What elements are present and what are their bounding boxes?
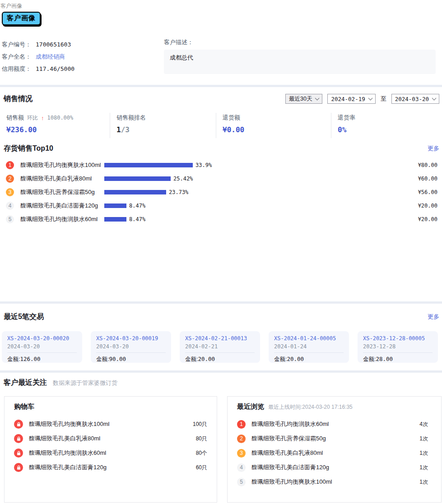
amount-label: 金额: — [7, 356, 20, 362]
metric-change-pct: 1080.00% — [47, 115, 74, 121]
end-date-select[interactable]: 2024-03-20 — [391, 94, 439, 104]
order-number-link[interactable]: XS-2024-01-24-00005 — [274, 335, 344, 342]
more-link-top10[interactable]: 更多 — [428, 144, 439, 153]
metric-value: ¥0.00 — [223, 125, 331, 134]
range-select[interactable]: 最近30天 — [285, 94, 322, 104]
top10-row: 1 馥珮细致毛孔均衡爽肤水100ml 33.9% ¥80.00 — [0, 158, 442, 172]
cart-item: 馥珮细致毛孔均衡爽肤水100ml 100只 — [5, 417, 217, 431]
bar — [104, 163, 193, 167]
chevron-down-icon — [315, 96, 320, 101]
rank-badge: 1 — [6, 161, 14, 169]
shopping-bag-icon — [14, 449, 23, 458]
order-number-link[interactable]: XS-2024-03-20-00020 — [7, 335, 77, 342]
transaction-card: XS-2024-01-24-00005 2024-01-24 金额:20.00 — [269, 331, 349, 363]
order-number-link[interactable]: XS-2024-03-20-00019 — [96, 335, 166, 342]
start-date-select[interactable]: 2024-02-19 — [327, 94, 375, 104]
metric-return-amount: 退货额 ¥0.00 — [216, 113, 331, 138]
amount-label: 金额: — [363, 356, 376, 362]
transactions-section-title: 最近5笔交易 — [4, 312, 44, 322]
spacer — [0, 226, 442, 301]
card-divider — [7, 352, 77, 353]
shopping-bag-icon — [14, 463, 23, 472]
top10-row: 5 馥珮细致毛孔均衡润肤水60ml 8.47% ¥20.00 — [0, 213, 442, 226]
top10-row: 4 馥珮细致毛孔美白洁面膏120g 8.47% ¥20.00 — [0, 199, 442, 213]
rank-badge: 4 — [237, 463, 246, 472]
end-date-value: 2024-03-20 — [395, 96, 429, 102]
range-select-value: 最近30天 — [289, 95, 312, 103]
rank-badge: 3 — [237, 449, 246, 458]
order-date: 2024-03-20 — [7, 343, 77, 350]
tab-customer-portrait[interactable]: 客户画像 — [2, 12, 41, 25]
top10-section-title: 存货销售Top10 — [4, 144, 53, 153]
browse-item: 4 馥珮细致毛孔美白洁面膏120g 1次 — [228, 460, 441, 475]
customer-portrait-page: 客户画像 客户画像 客户编号： 1700651603 客户全名： 成都经销商 信… — [0, 0, 442, 504]
bar-percent: 23.73% — [169, 189, 188, 195]
shopping-bag-icon — [14, 420, 23, 429]
section-divider — [0, 301, 442, 304]
bar-percent: 33.9% — [195, 162, 212, 168]
product-name: 馥珮细致毛孔美白洁面膏120g — [20, 202, 104, 210]
product-name: 馥珮细致毛孔美白洁面膏120g — [29, 463, 107, 472]
product-name: 馥珮细致毛孔美白乳液80ml — [20, 175, 104, 183]
rank-badge: 1 — [237, 420, 246, 429]
cart-item: 馥珮细致毛孔美白乳液80ml 80只 — [5, 431, 217, 446]
more-link-transactions[interactable]: 更多 — [428, 313, 439, 321]
view-count: 1次 — [419, 464, 428, 472]
metric-sublabel: 环比 — [27, 114, 38, 122]
metric-value: 0% — [338, 125, 442, 134]
order-date: 2024-01-24 — [274, 343, 344, 350]
spacer — [0, 363, 442, 370]
customer-id-row: 客户编号： 1700651603 — [2, 38, 164, 51]
customer-info-section: 客户编号： 1700651603 客户全名： 成都经销商 信用额度： 117.4… — [2, 38, 436, 75]
browse-item: 3 馥珮细致毛孔美白乳液80ml 1次 — [228, 446, 441, 460]
transaction-card: XS-2024-02-21-00013 2024-02-21 金额:20.00 — [180, 331, 260, 363]
shopping-cart-panel: 购物车 馥珮细致毛孔均衡爽肤水100ml 100只 馥珮细致毛孔美白乳液80ml… — [4, 396, 217, 503]
sales-metrics-row: 销售额 环比 ↑ 1080.00% ¥236.00 销售额排名 1/3 退货额 … — [0, 113, 442, 138]
customer-name-link[interactable]: 成都经销商 — [36, 53, 65, 61]
rank-value: 1 — [116, 125, 121, 134]
customer-name-row: 客户全名： 成都经销商 — [2, 51, 164, 63]
card-divider — [363, 352, 433, 353]
sales-amount: ¥20.00 — [418, 216, 437, 222]
product-name: 馥珮细致毛孔营养保湿霜50g — [251, 435, 326, 443]
credit-limit-value: 117.46/5000 — [36, 65, 74, 72]
product-name: 馥珮细致毛孔均衡润肤水60ml — [29, 449, 106, 457]
bar-percent: 8.47% — [129, 216, 145, 222]
bar — [104, 176, 171, 181]
rank-badge: 5 — [237, 478, 246, 486]
rank-badge: 3 — [6, 188, 14, 196]
arrow-up-icon: ↑ — [41, 115, 44, 121]
order-date: 2023-12-28 — [363, 343, 433, 350]
order-date: 2024-03-20 — [96, 343, 166, 350]
top10-section-header: 存货销售Top10 更多 — [0, 143, 442, 154]
transaction-card: XS-2023-12-28-00005 2023-12-28 金额:28.00 — [358, 331, 438, 363]
sales-amount: ¥20.00 — [418, 203, 437, 209]
breadcrumb: 客户画像 — [0, 0, 442, 8]
browse-list: 1 馥珮细致毛孔均衡润肤水60ml 4次 2 馥珮细致毛孔营养保湿霜50g 1次… — [228, 417, 441, 489]
metric-sales-rank: 销售额排名 1/3 — [110, 113, 216, 138]
amount-value: 20.00 — [287, 356, 304, 362]
cart-item: 馥珮细致毛孔美白洁面膏120g 60只 — [5, 460, 217, 475]
quantity: 80个 — [196, 449, 207, 457]
recent-views-panel: 最近浏览 最近上线时间:2024-03-20 17:16:35 1 馥珮细致毛孔… — [227, 396, 442, 503]
product-name: 馥珮细致毛孔美白洁面膏120g — [251, 463, 329, 472]
transaction-card: XS-2024-03-20-00019 2024-03-20 金额:90.00 — [91, 331, 171, 363]
metric-label: 退货率 — [338, 114, 355, 122]
product-name: 馥珮细致毛孔营养保湿霜50g — [20, 188, 104, 196]
metric-sales-amount: 销售额 环比 ↑ 1080.00% ¥236.00 — [0, 113, 110, 138]
order-number-link[interactable]: XS-2024-02-21-00013 — [185, 335, 255, 342]
order-number-link[interactable]: XS-2023-12-28-00005 — [363, 335, 433, 342]
cart-list: 馥珮细致毛孔均衡爽肤水100ml 100只 馥珮细致毛孔美白乳液80ml 80只… — [5, 417, 217, 475]
product-name: 馥珮细致毛孔均衡爽肤水100ml — [251, 478, 332, 486]
sales-amount: ¥80.00 — [418, 162, 437, 168]
customer-desc-box: 成都总代 — [164, 50, 436, 74]
date-to-label: 至 — [381, 95, 386, 103]
metric-return-rate: 退货率 0% — [331, 113, 442, 138]
amount-value: 20.00 — [198, 356, 215, 362]
browse-item: 2 馥珮细致毛孔营养保湿霜50g 1次 — [228, 431, 441, 446]
product-name: 馥珮细致毛孔均衡润肤水60ml — [20, 215, 104, 223]
last-online-time: 最近上线时间:2024-03-20 17:16:35 — [268, 403, 353, 411]
transaction-card: XS-2024-03-20-00020 2024-03-20 金额:126.00 — [2, 331, 82, 363]
amount-label: 金额: — [96, 356, 109, 362]
transaction-cards: XS-2024-03-20-00020 2024-03-20 金额:126.00… — [2, 331, 440, 363]
